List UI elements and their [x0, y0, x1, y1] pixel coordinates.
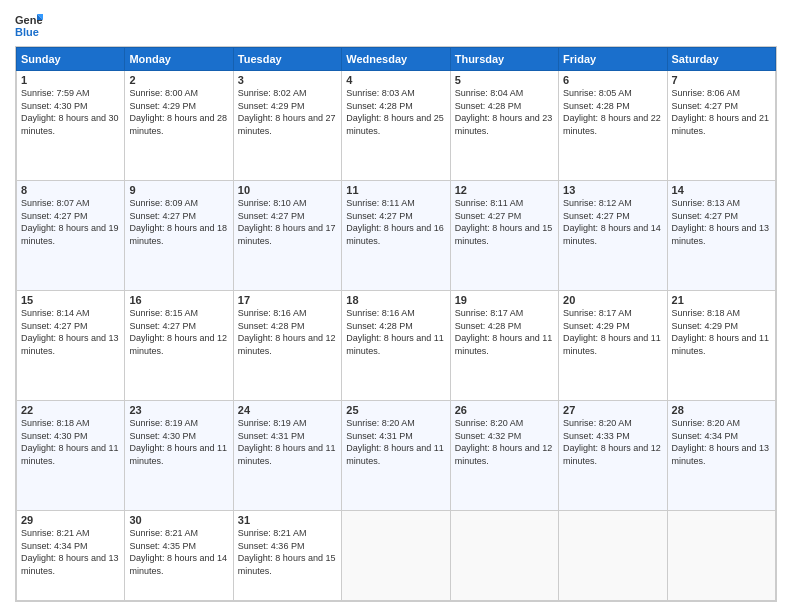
day-number: 28: [672, 404, 771, 416]
day-number: 16: [129, 294, 228, 306]
day-info: Sunrise: 8:16 AMSunset: 4:28 PMDaylight:…: [238, 308, 336, 356]
svg-text:Blue: Blue: [15, 26, 39, 38]
day-cell-9: 9Sunrise: 8:09 AMSunset: 4:27 PMDaylight…: [125, 181, 233, 291]
day-info: Sunrise: 8:21 AMSunset: 4:35 PMDaylight:…: [129, 528, 227, 576]
day-cell-28: 28Sunrise: 8:20 AMSunset: 4:34 PMDayligh…: [667, 401, 775, 511]
day-number: 25: [346, 404, 445, 416]
day-cell-16: 16Sunrise: 8:15 AMSunset: 4:27 PMDayligh…: [125, 291, 233, 401]
day-number: 30: [129, 514, 228, 526]
day-cell-21: 21Sunrise: 8:18 AMSunset: 4:29 PMDayligh…: [667, 291, 775, 401]
day-info: Sunrise: 8:21 AMSunset: 4:36 PMDaylight:…: [238, 528, 336, 576]
day-info: Sunrise: 8:19 AMSunset: 4:30 PMDaylight:…: [129, 418, 227, 466]
day-number: 24: [238, 404, 337, 416]
day-info: Sunrise: 8:11 AMSunset: 4:27 PMDaylight:…: [346, 198, 444, 246]
day-cell-2: 2Sunrise: 8:00 AMSunset: 4:29 PMDaylight…: [125, 71, 233, 181]
day-number: 11: [346, 184, 445, 196]
day-cell-26: 26Sunrise: 8:20 AMSunset: 4:32 PMDayligh…: [450, 401, 558, 511]
day-info: Sunrise: 8:20 AMSunset: 4:32 PMDaylight:…: [455, 418, 553, 466]
day-info: Sunrise: 8:19 AMSunset: 4:31 PMDaylight:…: [238, 418, 336, 466]
day-number: 2: [129, 74, 228, 86]
day-number: 19: [455, 294, 554, 306]
day-header-friday: Friday: [559, 48, 667, 71]
day-cell-29: 29Sunrise: 8:21 AMSunset: 4:34 PMDayligh…: [17, 511, 125, 601]
day-cell-11: 11Sunrise: 8:11 AMSunset: 4:27 PMDayligh…: [342, 181, 450, 291]
day-info: Sunrise: 8:09 AMSunset: 4:27 PMDaylight:…: [129, 198, 227, 246]
day-cell-12: 12Sunrise: 8:11 AMSunset: 4:27 PMDayligh…: [450, 181, 558, 291]
day-info: Sunrise: 8:04 AMSunset: 4:28 PMDaylight:…: [455, 88, 553, 136]
day-cell-18: 18Sunrise: 8:16 AMSunset: 4:28 PMDayligh…: [342, 291, 450, 401]
day-info: Sunrise: 8:07 AMSunset: 4:27 PMDaylight:…: [21, 198, 119, 246]
day-cell-25: 25Sunrise: 8:20 AMSunset: 4:31 PMDayligh…: [342, 401, 450, 511]
day-number: 7: [672, 74, 771, 86]
day-cell-6: 6Sunrise: 8:05 AMSunset: 4:28 PMDaylight…: [559, 71, 667, 181]
day-number: 26: [455, 404, 554, 416]
day-info: Sunrise: 8:10 AMSunset: 4:27 PMDaylight:…: [238, 198, 336, 246]
day-cell-30: 30Sunrise: 8:21 AMSunset: 4:35 PMDayligh…: [125, 511, 233, 601]
day-cell-23: 23Sunrise: 8:19 AMSunset: 4:30 PMDayligh…: [125, 401, 233, 511]
empty-cell: [342, 511, 450, 601]
day-number: 20: [563, 294, 662, 306]
day-header-saturday: Saturday: [667, 48, 775, 71]
empty-cell: [559, 511, 667, 601]
day-cell-15: 15Sunrise: 8:14 AMSunset: 4:27 PMDayligh…: [17, 291, 125, 401]
day-header-monday: Monday: [125, 48, 233, 71]
day-cell-17: 17Sunrise: 8:16 AMSunset: 4:28 PMDayligh…: [233, 291, 341, 401]
day-number: 14: [672, 184, 771, 196]
day-info: Sunrise: 8:18 AMSunset: 4:30 PMDaylight:…: [21, 418, 119, 466]
day-cell-1: 1Sunrise: 7:59 AMSunset: 4:30 PMDaylight…: [17, 71, 125, 181]
day-info: Sunrise: 8:20 AMSunset: 4:33 PMDaylight:…: [563, 418, 661, 466]
day-number: 9: [129, 184, 228, 196]
day-cell-7: 7Sunrise: 8:06 AMSunset: 4:27 PMDaylight…: [667, 71, 775, 181]
day-info: Sunrise: 8:17 AMSunset: 4:29 PMDaylight:…: [563, 308, 661, 356]
day-info: Sunrise: 7:59 AMSunset: 4:30 PMDaylight:…: [21, 88, 119, 136]
day-number: 29: [21, 514, 120, 526]
day-number: 15: [21, 294, 120, 306]
day-info: Sunrise: 8:06 AMSunset: 4:27 PMDaylight:…: [672, 88, 770, 136]
day-info: Sunrise: 8:00 AMSunset: 4:29 PMDaylight:…: [129, 88, 227, 136]
day-info: Sunrise: 8:05 AMSunset: 4:28 PMDaylight:…: [563, 88, 661, 136]
day-number: 4: [346, 74, 445, 86]
day-info: Sunrise: 8:17 AMSunset: 4:28 PMDaylight:…: [455, 308, 553, 356]
logo: General Blue: [15, 10, 43, 38]
day-cell-22: 22Sunrise: 8:18 AMSunset: 4:30 PMDayligh…: [17, 401, 125, 511]
empty-cell: [667, 511, 775, 601]
day-number: 8: [21, 184, 120, 196]
day-cell-3: 3Sunrise: 8:02 AMSunset: 4:29 PMDaylight…: [233, 71, 341, 181]
day-cell-10: 10Sunrise: 8:10 AMSunset: 4:27 PMDayligh…: [233, 181, 341, 291]
day-cell-5: 5Sunrise: 8:04 AMSunset: 4:28 PMDaylight…: [450, 71, 558, 181]
day-header-wednesday: Wednesday: [342, 48, 450, 71]
day-cell-19: 19Sunrise: 8:17 AMSunset: 4:28 PMDayligh…: [450, 291, 558, 401]
day-number: 18: [346, 294, 445, 306]
day-info: Sunrise: 8:13 AMSunset: 4:27 PMDaylight:…: [672, 198, 770, 246]
day-number: 12: [455, 184, 554, 196]
day-cell-13: 13Sunrise: 8:12 AMSunset: 4:27 PMDayligh…: [559, 181, 667, 291]
day-number: 13: [563, 184, 662, 196]
day-info: Sunrise: 8:03 AMSunset: 4:28 PMDaylight:…: [346, 88, 444, 136]
logo-icon: General Blue: [15, 10, 43, 38]
day-info: Sunrise: 8:18 AMSunset: 4:29 PMDaylight:…: [672, 308, 770, 356]
day-header-sunday: Sunday: [17, 48, 125, 71]
day-number: 3: [238, 74, 337, 86]
day-info: Sunrise: 8:20 AMSunset: 4:31 PMDaylight:…: [346, 418, 444, 466]
day-info: Sunrise: 8:02 AMSunset: 4:29 PMDaylight:…: [238, 88, 336, 136]
day-number: 21: [672, 294, 771, 306]
day-number: 6: [563, 74, 662, 86]
day-cell-4: 4Sunrise: 8:03 AMSunset: 4:28 PMDaylight…: [342, 71, 450, 181]
page-header: General Blue: [15, 10, 777, 38]
day-number: 5: [455, 74, 554, 86]
day-number: 17: [238, 294, 337, 306]
day-cell-27: 27Sunrise: 8:20 AMSunset: 4:33 PMDayligh…: [559, 401, 667, 511]
day-cell-20: 20Sunrise: 8:17 AMSunset: 4:29 PMDayligh…: [559, 291, 667, 401]
day-number: 22: [21, 404, 120, 416]
day-info: Sunrise: 8:12 AMSunset: 4:27 PMDaylight:…: [563, 198, 661, 246]
day-info: Sunrise: 8:14 AMSunset: 4:27 PMDaylight:…: [21, 308, 119, 356]
day-info: Sunrise: 8:15 AMSunset: 4:27 PMDaylight:…: [129, 308, 227, 356]
day-cell-8: 8Sunrise: 8:07 AMSunset: 4:27 PMDaylight…: [17, 181, 125, 291]
day-info: Sunrise: 8:16 AMSunset: 4:28 PMDaylight:…: [346, 308, 444, 356]
day-cell-31: 31Sunrise: 8:21 AMSunset: 4:36 PMDayligh…: [233, 511, 341, 601]
day-cell-24: 24Sunrise: 8:19 AMSunset: 4:31 PMDayligh…: [233, 401, 341, 511]
day-info: Sunrise: 8:11 AMSunset: 4:27 PMDaylight:…: [455, 198, 553, 246]
day-number: 10: [238, 184, 337, 196]
day-info: Sunrise: 8:20 AMSunset: 4:34 PMDaylight:…: [672, 418, 770, 466]
day-number: 31: [238, 514, 337, 526]
